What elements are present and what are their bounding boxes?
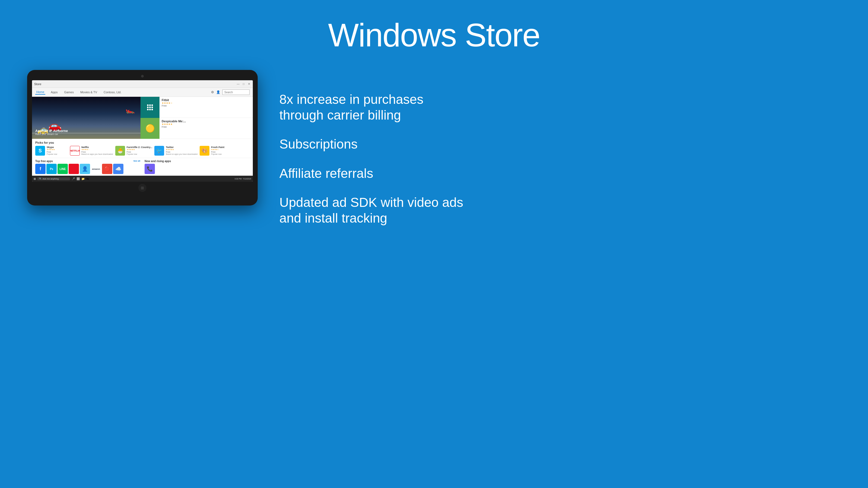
facebook-icon[interactable]: f xyxy=(35,164,45,174)
bullet-item-0: 8x increase in purchases through carrier… xyxy=(279,92,469,123)
featured-despicable: 🟡 Despicable Me:... ★★★★★ Free xyxy=(141,118,253,139)
app-card-twitter[interactable]: 🐦 Twitter ★★★★★ Free Based on apps you h… xyxy=(154,146,197,156)
app-card-skype[interactable]: S Skype ★★★★★ Free Popular now xyxy=(35,146,68,156)
amazon-icon[interactable]: amazon xyxy=(91,164,101,174)
store-title-text: Store xyxy=(34,83,41,86)
hero-sidebar: Fitbit ★★★★☆ Free 🟡 Despicable Me:. xyxy=(141,97,253,139)
twitter-name: Twitter xyxy=(166,146,197,149)
device-camera xyxy=(141,75,144,77)
taskbar-search[interactable]: 🔍 Ask me anything xyxy=(37,177,70,180)
bullet-item-3: Updated ad SDK with video ads and instal… xyxy=(279,195,469,226)
minimize-button[interactable]: — xyxy=(237,83,240,86)
skype-stars: ★★★★★ xyxy=(46,149,68,151)
despicable-name: Despicable Me:... xyxy=(162,120,251,123)
red-app-icon[interactable] xyxy=(69,164,79,174)
bullet-item-1: Subscriptions xyxy=(279,136,469,152)
store-titlebar: Store — □ ✕ xyxy=(32,80,253,88)
app-card-netflix[interactable]: NETFLIX Netflix ★★★★☆ Free Based on apps… xyxy=(70,146,113,156)
skype-price: Free xyxy=(46,151,68,153)
device-outer: Store — □ ✕ Home Apps Games Movies & TV … xyxy=(27,70,258,205)
new-rising-title: New and rising apps xyxy=(145,160,250,163)
netflix-icon: NETFLIX xyxy=(70,146,80,156)
nav-icons: ⚙ 👤 xyxy=(211,90,250,95)
device-screen: Store — □ ✕ Home Apps Games Movies & TV … xyxy=(32,80,253,182)
netflix-name: Netflix xyxy=(82,146,113,149)
see-all-link[interactable]: See all xyxy=(133,160,140,163)
freshpaint-icon: 🎨 xyxy=(199,146,209,156)
twitter-price: Free xyxy=(166,151,197,153)
blue-app-icon[interactable]: 👤 xyxy=(80,164,90,174)
freshpaint-details: Fresh Paint ★★★★☆ Free Popular now xyxy=(211,146,232,155)
featured-fitbit: Fitbit ★★★★☆ Free xyxy=(141,97,253,118)
bottom-section: Top free apps See all f Ps LINE 👤 amazon… xyxy=(32,158,253,176)
app-card-freshpaint[interactable]: 🎨 Fresh Paint ★★★★☆ Free Popular now xyxy=(199,146,232,156)
twitter-icon: 🐦 xyxy=(154,146,164,156)
twitter-sub: Based on apps you have downloaded xyxy=(166,153,197,155)
farmville-stars: ★★★★★ xyxy=(127,149,152,151)
maximize-button[interactable]: □ xyxy=(242,83,245,86)
line-icon[interactable]: LINE xyxy=(58,164,68,174)
despicable-info: Despicable Me:... ★★★★★ Free xyxy=(159,118,253,139)
hero-game-image[interactable]: 🚗 🚕 🏎️ Asphalt 8: Airborne Race your dre… xyxy=(32,97,141,139)
nav-games[interactable]: Games xyxy=(63,90,74,94)
netflix-stars: ★★★★☆ xyxy=(82,149,113,151)
settings-icon[interactable]: ⚙ xyxy=(211,90,214,94)
hero-game-title: Asphalt 8: Airborne xyxy=(35,129,68,133)
content-area: Store — □ ✕ Home Apps Games Movies & TV … xyxy=(0,70,868,226)
taskview-icon[interactable]: ⬜ xyxy=(76,177,80,180)
cloud-icon[interactable]: ☁️ xyxy=(113,164,123,174)
skype-details: Skype ★★★★★ Free Popular now xyxy=(46,146,68,155)
viber-icon[interactable]: 📞 xyxy=(145,164,155,174)
fitbit-name: Fitbit xyxy=(162,98,251,102)
fitbit-price: Free xyxy=(162,104,251,107)
close-button[interactable]: ✕ xyxy=(247,83,251,86)
nav-home[interactable]: Home xyxy=(35,90,45,95)
new-rising-col: New and rising apps 📞 xyxy=(140,160,250,174)
nav-apps[interactable]: Apps xyxy=(50,90,59,94)
new-rising-icons-row: 📞 xyxy=(145,164,250,174)
nav-contoso[interactable]: Contoso, Ltd. xyxy=(102,90,122,94)
fitbit-icon xyxy=(145,103,155,112)
hero-game-subtitle: Race your dream car xyxy=(35,133,68,135)
store-icon[interactable]: 🛍 xyxy=(86,177,89,180)
netflix-sub: Based on apps you have downloaded xyxy=(82,153,113,155)
multi-icon[interactable]: 🔴 xyxy=(102,164,112,174)
skype-icon: S xyxy=(35,146,45,156)
farmville-sub: Popular now xyxy=(127,153,152,155)
app-card-farmville[interactable]: 🐣 FarmVille 2: Country... ★★★★★ Free Pop… xyxy=(115,146,152,156)
top-free-title: Top free apps See all xyxy=(35,160,140,163)
freshpaint-name: Fresh Paint xyxy=(211,146,232,149)
farmville-details: FarmVille 2: Country... ★★★★★ Free Popul… xyxy=(127,146,152,155)
netflix-price: Free xyxy=(82,151,113,153)
netflix-details: Netflix ★★★★☆ Free Based on apps you hav… xyxy=(82,146,113,155)
top-free-icons-row: f Ps LINE 👤 amazon 🔴 ☁️ xyxy=(35,164,140,174)
taskbar: ⊞ 🔍 Ask me anything 🎤 ⬜ 📁 🛍 4:30 PM 7/13… xyxy=(32,176,253,182)
user-icon[interactable]: 👤 xyxy=(216,90,220,94)
mic-icon[interactable]: 🎤 xyxy=(72,177,75,180)
taskbar-time: 4:30 PM xyxy=(235,178,242,180)
farmville-price: Free xyxy=(127,151,152,153)
despicable-stars: ★★★★★ xyxy=(162,123,251,126)
top-free-col: Top free apps See all f Ps LINE 👤 amazon… xyxy=(35,160,140,174)
store-navbar: Home Apps Games Movies & TV Contoso, Ltd… xyxy=(32,88,253,97)
photoshop-icon[interactable]: Ps xyxy=(46,164,57,174)
taskbar-right: 4:30 PM 7/13/2015 xyxy=(235,178,251,180)
bullet-item-2: Affiliate referrals xyxy=(279,166,469,182)
file-explorer-icon[interactable]: 📁 xyxy=(82,177,85,180)
minion-tile[interactable]: 🟡 xyxy=(141,118,159,139)
hero-text-overlay: Asphalt 8: Airborne Race your dream car xyxy=(35,129,68,135)
search-input[interactable] xyxy=(222,90,250,95)
start-button[interactable]: ⊞ xyxy=(34,177,36,180)
fitbit-tile[interactable] xyxy=(141,97,159,118)
skype-sub: Popular now xyxy=(46,153,68,155)
taskbar-date: 7/13/2015 xyxy=(243,178,251,180)
hero-banner: 🚗 🚕 🏎️ Asphalt 8: Airborne Race your dre… xyxy=(32,97,253,139)
twitter-stars: ★★★★★ xyxy=(166,149,197,151)
search-icon: 🔍 xyxy=(39,177,42,180)
freshpaint-stars: ★★★★☆ xyxy=(211,149,232,151)
device-mockup: Store — □ ✕ Home Apps Games Movies & TV … xyxy=(27,70,258,205)
freshpaint-price: Free xyxy=(211,151,232,153)
taskbar-search-text: Ask me anything xyxy=(42,177,59,180)
nav-movies[interactable]: Movies & TV xyxy=(79,90,98,94)
home-button[interactable]: ⊞ xyxy=(138,184,147,192)
